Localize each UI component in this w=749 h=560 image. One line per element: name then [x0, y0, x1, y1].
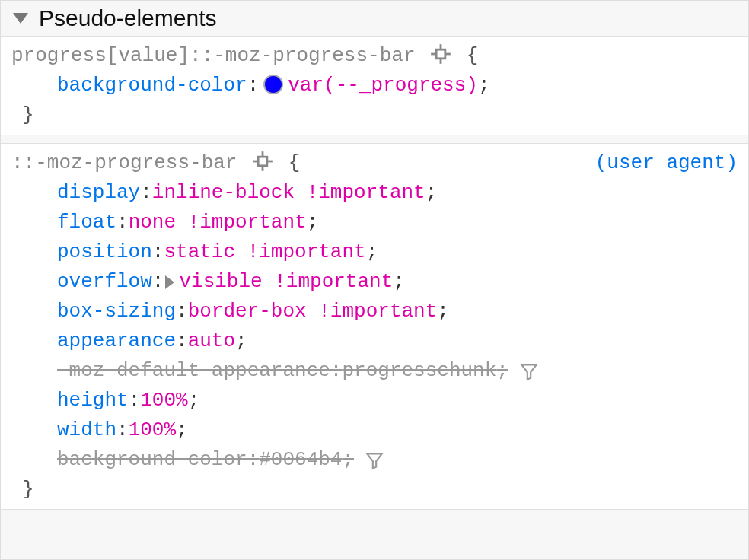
property-name[interactable]: appearance — [57, 326, 176, 356]
css-rule: progress[value]::-moz-progress-bar { bac… — [1, 36, 748, 135]
property-value[interactable]: auto — [188, 326, 235, 356]
semicolon: ; — [307, 208, 319, 237]
selector-line[interactable]: (user agent) ::-moz-progress-bar { — [11, 148, 738, 178]
semicolon: ; — [176, 415, 188, 445]
svg-rect-0 — [436, 49, 445, 59]
colon: : — [176, 326, 188, 356]
property-name[interactable]: float — [57, 208, 116, 237]
filter-icon[interactable] — [519, 361, 539, 381]
css-declaration[interactable]: box-sizing: border-box !important; — [11, 297, 738, 326]
colon: : — [176, 297, 188, 326]
colon: : — [152, 267, 164, 297]
close-brace: } — [22, 103, 34, 126]
property-name[interactable]: background-color — [57, 71, 247, 100]
svg-rect-5 — [258, 157, 267, 166]
property-name[interactable]: background-color — [57, 445, 247, 475]
property-name[interactable]: width — [57, 415, 116, 445]
colon: : — [116, 208, 129, 237]
css-declaration[interactable]: background-color: var(--_progress); — [11, 71, 738, 100]
open-brace: { — [288, 151, 301, 174]
css-rule: (user agent) ::-moz-progress-bar { displ… — [1, 143, 748, 510]
section-header[interactable]: Pseudo-elements — [1, 1, 748, 36]
css-declaration[interactable]: position: static !important; — [11, 237, 738, 267]
css-declaration[interactable]: display: inline-block !important; — [11, 178, 738, 208]
css-declaration[interactable]: float: none !important; — [11, 208, 738, 237]
css-declaration[interactable]: overflow: visible !important; — [11, 267, 738, 297]
property-name[interactable]: position — [57, 237, 152, 267]
selector-highlighter-icon[interactable] — [252, 151, 273, 172]
colon: : — [140, 178, 152, 208]
property-name[interactable]: box-sizing — [57, 297, 176, 326]
semicolon: ; — [425, 178, 438, 208]
section-title: Pseudo-elements — [39, 5, 216, 31]
colon: : — [129, 386, 141, 415]
selector-text[interactable]: ::-moz-progress-bar — [11, 151, 237, 174]
property-name[interactable]: display — [57, 178, 140, 208]
css-declaration[interactable]: width: 100%; — [11, 415, 738, 445]
property-value[interactable]: 100% — [129, 415, 176, 445]
property-value[interactable]: visible !important — [179, 267, 393, 297]
property-value[interactable]: progresschunk — [342, 356, 496, 386]
semicolon: ; — [342, 445, 354, 475]
semicolon: ; — [437, 297, 449, 326]
styles-panel: Pseudo-elements progress[value]::-moz-pr… — [0, 0, 749, 560]
close-brace: } — [22, 478, 34, 501]
property-value[interactable]: 100% — [140, 386, 187, 415]
semicolon: ; — [188, 386, 200, 415]
filter-icon[interactable] — [365, 450, 384, 470]
colon: : — [247, 445, 260, 475]
css-declaration[interactable]: appearance: auto; — [11, 326, 738, 356]
colon: : — [116, 415, 129, 445]
css-declaration[interactable]: -moz-default-appearance: progresschunk; — [11, 356, 738, 386]
colon: : — [330, 356, 343, 386]
property-name[interactable]: overflow — [57, 267, 152, 297]
semicolon: ; — [366, 237, 378, 267]
property-name[interactable]: -moz-default-appearance — [57, 356, 330, 386]
semicolon: ; — [393, 267, 405, 297]
property-name[interactable]: height — [57, 386, 129, 415]
selector-highlighter-icon[interactable] — [430, 43, 451, 65]
property-value[interactable]: inline-block !important — [152, 178, 425, 208]
semicolon: ; — [496, 356, 508, 386]
property-value[interactable]: static !important — [164, 237, 365, 267]
property-value[interactable]: var(--_progress) — [288, 71, 478, 100]
color-swatch[interactable] — [263, 75, 283, 94]
open-brace: { — [467, 44, 479, 67]
property-value[interactable]: none !important — [129, 208, 307, 237]
css-declaration[interactable]: background-color: #0064b4; — [11, 445, 738, 475]
property-value[interactable]: border-box !important — [188, 297, 438, 326]
css-declaration[interactable]: height: 100%; — [11, 386, 738, 415]
selector-line[interactable]: progress[value]::-moz-progress-bar { — [11, 41, 738, 71]
expand-icon[interactable] — [165, 275, 174, 289]
colon: : — [152, 237, 164, 267]
semicolon: ; — [235, 326, 247, 356]
selector-text[interactable]: progress[value]::-moz-progress-bar — [11, 44, 416, 67]
collapse-icon[interactable] — [13, 13, 28, 24]
rule-source[interactable]: (user agent) — [595, 148, 738, 178]
property-value[interactable]: #0064b4 — [259, 445, 342, 475]
